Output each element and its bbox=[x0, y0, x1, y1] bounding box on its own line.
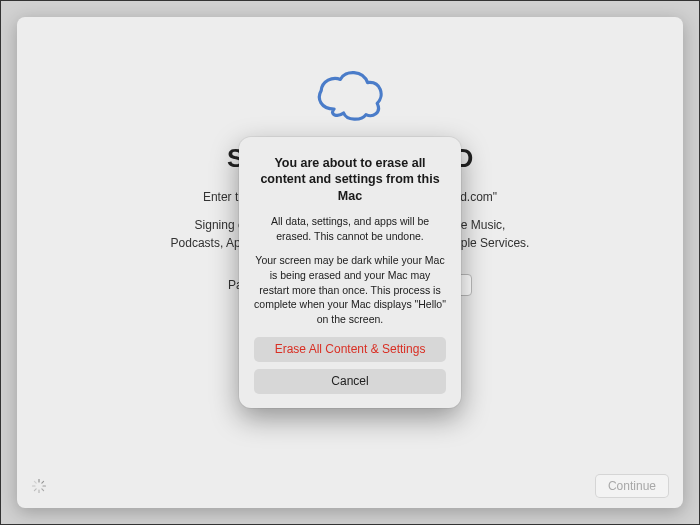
erase-button[interactable]: Erase All Content & Settings bbox=[254, 337, 446, 362]
dialog-body-2: Your screen may be dark while your Mac i… bbox=[254, 253, 446, 326]
cancel-button[interactable]: Cancel bbox=[254, 369, 446, 394]
dialog-buttons: Erase All Content & Settings Cancel bbox=[254, 337, 446, 394]
dialog-title: You are about to erase all content and s… bbox=[254, 155, 446, 204]
dialog-body-1: All data, settings, and apps will be era… bbox=[254, 214, 446, 243]
modal-backdrop: You are about to erase all content and s… bbox=[1, 1, 699, 524]
erase-confirm-dialog: You are about to erase all content and s… bbox=[239, 137, 461, 408]
